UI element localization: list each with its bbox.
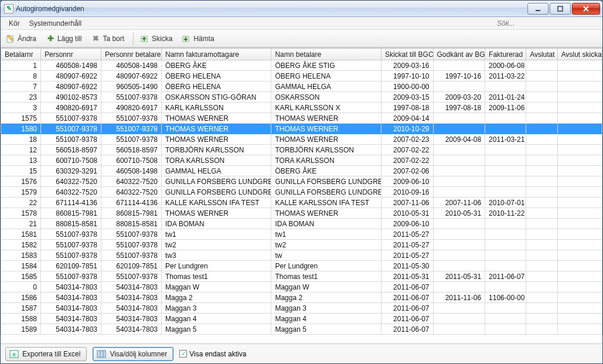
- cell-namn_b[interactable]: ÖBERG ÅKE STIG: [271, 60, 381, 71]
- col-personnr-betalare[interactable]: Personnr betalare: [101, 49, 161, 60]
- cell-skickat[interactable]: 2011-05-27: [381, 250, 433, 261]
- cell-fakturerad[interactable]: [485, 124, 526, 134]
- cell-avslutat[interactable]: [526, 208, 558, 219]
- cell-personnr_betalare[interactable]: 600710-7508: [101, 155, 161, 166]
- cell-godkant[interactable]: [433, 60, 485, 71]
- cell-avslut_skickat[interactable]: [557, 187, 602, 198]
- table-row[interactable]: 18551007-9378551007-9378THOMAS WERNERTHO…: [1, 134, 602, 145]
- cell-avslutat[interactable]: [526, 198, 558, 208]
- cell-personnr[interactable]: 880815-8581: [40, 219, 101, 229]
- cell-godkant[interactable]: 2011-11-06: [433, 292, 485, 303]
- cell-namn_b[interactable]: tw2: [271, 240, 381, 250]
- cell-namn_fm[interactable]: GUNILLA FORSBERG LUNDGREN: [161, 176, 271, 187]
- cell-betalarnr[interactable]: 1: [1, 60, 41, 71]
- export-excel-button[interactable]: X Exportera till Excel: [5, 347, 87, 361]
- cell-skickat[interactable]: 2011-05-30: [381, 261, 433, 271]
- cell-fakturerad[interactable]: 2011-03-22: [485, 71, 526, 81]
- cell-avslut_skickat[interactable]: [557, 250, 602, 261]
- cell-namn_fm[interactable]: Maggan 5: [161, 324, 271, 335]
- cell-betalarnr[interactable]: 1582: [1, 240, 41, 250]
- cell-namn_b[interactable]: Maggan 3: [271, 303, 381, 314]
- cell-skickat[interactable]: 2009-06-10: [381, 219, 433, 229]
- cell-namn_fm[interactable]: THOMAS WERNER: [161, 113, 271, 124]
- grid-scroll[interactable]: Betalarnr Personnr Personnr betalare Nam…: [1, 48, 602, 343]
- cell-avslut_skickat[interactable]: [557, 145, 602, 155]
- cell-avslutat[interactable]: [526, 271, 558, 282]
- cell-namn_fm[interactable]: Maggan 3: [161, 303, 271, 314]
- cell-betalarnr[interactable]: 23: [1, 92, 41, 103]
- cell-personnr[interactable]: 620109-7851: [40, 261, 101, 271]
- cell-namn_fm[interactable]: tw1: [161, 229, 271, 240]
- cell-namn_b[interactable]: tw: [271, 250, 381, 261]
- cell-skickat[interactable]: 2010-10-29: [381, 124, 433, 134]
- cell-namn_b[interactable]: Per Lundgren: [271, 261, 381, 271]
- table-row[interactable]: 22671114-4136671114-4136KALLE KARLSSON I…: [1, 198, 602, 208]
- cell-namn_fm[interactable]: KALLE KARLSSON IFA TEST: [161, 198, 271, 208]
- ta-bort-button[interactable]: ✖ Ta bort: [88, 32, 130, 46]
- cell-godkant[interactable]: 2009-04-08: [433, 134, 485, 145]
- cell-namn_b[interactable]: IDA BOMAN: [271, 219, 381, 229]
- cell-avslutat[interactable]: [526, 71, 558, 81]
- cell-godkant[interactable]: [433, 81, 485, 92]
- minimize-button[interactable]: [527, 3, 549, 15]
- cell-godkant[interactable]: 2010-05-31: [433, 208, 485, 219]
- cell-personnr_betalare[interactable]: 860815-7981: [101, 208, 161, 219]
- cell-godkant[interactable]: [433, 166, 485, 176]
- cell-godkant[interactable]: [433, 303, 485, 314]
- cell-betalarnr[interactable]: 1581: [1, 229, 41, 240]
- cell-skickat[interactable]: 2010-05-31: [381, 208, 433, 219]
- cell-avslut_skickat[interactable]: [557, 113, 602, 124]
- col-personnr[interactable]: Personnr: [40, 49, 101, 60]
- cell-betalarnr[interactable]: 1587: [1, 303, 41, 314]
- cell-avslutat[interactable]: [526, 134, 558, 145]
- cell-skickat[interactable]: 2011-05-27: [381, 240, 433, 250]
- cell-personnr_betalare[interactable]: 480907-6922: [101, 71, 161, 81]
- cell-personnr_betalare[interactable]: 540314-7803: [101, 292, 161, 303]
- lagg-till-button[interactable]: ✚ Lägg till: [43, 32, 87, 46]
- table-row[interactable]: 12560518-8597560518-8597TORBJÖRN KARLSSO…: [1, 145, 602, 155]
- titlebar[interactable]: ✎ Autogiromedgivanden: [1, 1, 602, 17]
- cell-personnr_betalare[interactable]: 551007-9378: [101, 124, 161, 134]
- cell-namn_fm[interactable]: TORA KARLSSON: [161, 155, 271, 166]
- cell-fakturerad[interactable]: [485, 113, 526, 124]
- cell-personnr_betalare[interactable]: 460508-1498: [101, 60, 161, 71]
- cell-skickat[interactable]: 1997-08-18: [381, 103, 433, 113]
- cell-godkant[interactable]: [433, 229, 485, 240]
- cell-avslutat[interactable]: [526, 282, 558, 292]
- table-row[interactable]: 1589540314-7803540314-7803Maggan 5Maggan…: [1, 324, 602, 335]
- cell-betalarnr[interactable]: 1584: [1, 261, 41, 271]
- cell-avslut_skickat[interactable]: [557, 314, 602, 324]
- cell-avslutat[interactable]: [526, 81, 558, 92]
- cell-betalarnr[interactable]: 1576: [1, 176, 41, 187]
- cell-avslutat[interactable]: [526, 250, 558, 261]
- table-row[interactable]: 1580551007-9378551007-9378THOMAS WERNERT…: [1, 124, 602, 134]
- show-active-only-checkbox[interactable]: ✓ Visa endast aktiva: [179, 350, 246, 358]
- cell-fakturerad[interactable]: [485, 166, 526, 176]
- cell-namn_b[interactable]: THOMAS WERNER: [271, 134, 381, 145]
- cell-avslut_skickat[interactable]: [557, 166, 602, 176]
- cell-avslutat[interactable]: [526, 60, 558, 71]
- cell-avslutat[interactable]: [526, 113, 558, 124]
- cell-personnr[interactable]: 540314-7803: [40, 282, 101, 292]
- cell-fakturerad[interactable]: 1106-00-00: [485, 292, 526, 303]
- cell-namn_b[interactable]: GAMMAL HELGA: [271, 81, 381, 92]
- table-row[interactable]: 1587540314-7803540314-7803Maggan 3Maggan…: [1, 303, 602, 314]
- cell-personnr[interactable]: 490820-6917: [40, 103, 101, 113]
- cell-skickat[interactable]: 2009-03-16: [381, 60, 433, 71]
- table-row[interactable]: 13600710-7508600710-7508TORA KARLSSONTOR…: [1, 155, 602, 166]
- cell-personnr_betalare[interactable]: 960505-1490: [101, 81, 161, 92]
- cell-personnr[interactable]: 860815-7981: [40, 208, 101, 219]
- cell-personnr[interactable]: 640322-7520: [40, 187, 101, 198]
- table-row[interactable]: 21880815-8581880815-8581IDA BOMANIDA BOM…: [1, 219, 602, 229]
- hamta-button[interactable]: Hämta: [179, 32, 219, 46]
- cell-personnr_betalare[interactable]: 551007-9378: [101, 92, 161, 103]
- cell-fakturerad[interactable]: [485, 324, 526, 335]
- table-row[interactable]: 7480907-6922960505-1490ÖBERG HELENAGAMMA…: [1, 81, 602, 92]
- cell-namn_fm[interactable]: tw2: [161, 240, 271, 250]
- cell-personnr[interactable]: 540314-7803: [40, 303, 101, 314]
- cell-personnr[interactable]: 630329-3291: [40, 166, 101, 176]
- cell-skickat[interactable]: 2011-06-07: [381, 324, 433, 335]
- cell-betalarnr[interactable]: 1583: [1, 250, 41, 261]
- cell-personnr[interactable]: 460508-1498: [40, 60, 101, 71]
- cell-avslut_skickat[interactable]: [557, 261, 602, 271]
